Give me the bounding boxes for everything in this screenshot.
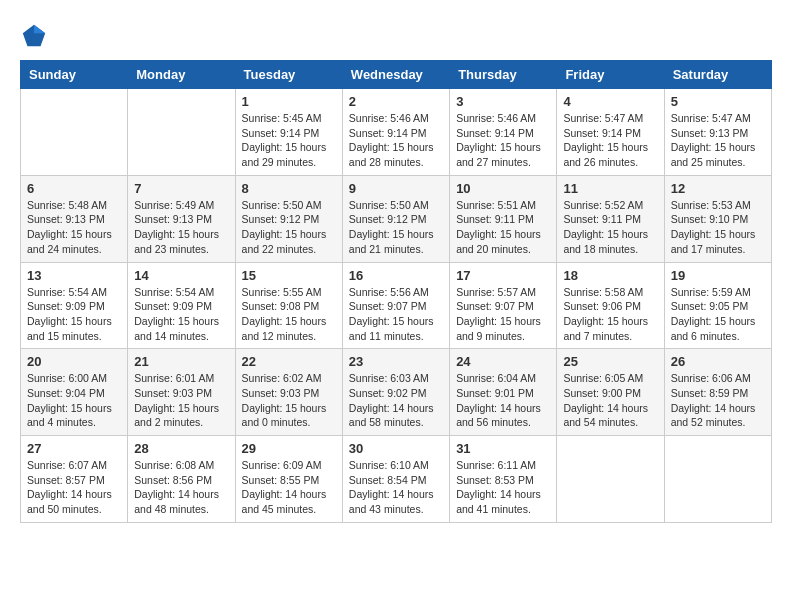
- calendar-header-tuesday: Tuesday: [235, 61, 342, 89]
- calendar-cell: 1Sunrise: 5:45 AM Sunset: 9:14 PM Daylig…: [235, 89, 342, 176]
- day-info: Sunrise: 6:04 AM Sunset: 9:01 PM Dayligh…: [456, 371, 550, 430]
- day-number: 21: [134, 354, 228, 369]
- day-info: Sunrise: 6:00 AM Sunset: 9:04 PM Dayligh…: [27, 371, 121, 430]
- calendar-cell: [664, 436, 771, 523]
- calendar-cell: 20Sunrise: 6:00 AM Sunset: 9:04 PM Dayli…: [21, 349, 128, 436]
- day-number: 22: [242, 354, 336, 369]
- calendar-cell: 6Sunrise: 5:48 AM Sunset: 9:13 PM Daylig…: [21, 175, 128, 262]
- calendar-cell: 28Sunrise: 6:08 AM Sunset: 8:56 PM Dayli…: [128, 436, 235, 523]
- day-number: 30: [349, 441, 443, 456]
- calendar-cell: 19Sunrise: 5:59 AM Sunset: 9:05 PM Dayli…: [664, 262, 771, 349]
- day-number: 20: [27, 354, 121, 369]
- calendar-cell: 9Sunrise: 5:50 AM Sunset: 9:12 PM Daylig…: [342, 175, 449, 262]
- calendar-cell: 24Sunrise: 6:04 AM Sunset: 9:01 PM Dayli…: [450, 349, 557, 436]
- day-number: 8: [242, 181, 336, 196]
- day-number: 5: [671, 94, 765, 109]
- day-info: Sunrise: 6:06 AM Sunset: 8:59 PM Dayligh…: [671, 371, 765, 430]
- day-number: 19: [671, 268, 765, 283]
- day-number: 23: [349, 354, 443, 369]
- day-info: Sunrise: 6:08 AM Sunset: 8:56 PM Dayligh…: [134, 458, 228, 517]
- day-info: Sunrise: 6:09 AM Sunset: 8:55 PM Dayligh…: [242, 458, 336, 517]
- day-number: 9: [349, 181, 443, 196]
- day-info: Sunrise: 5:48 AM Sunset: 9:13 PM Dayligh…: [27, 198, 121, 257]
- day-number: 31: [456, 441, 550, 456]
- calendar-cell: 2Sunrise: 5:46 AM Sunset: 9:14 PM Daylig…: [342, 89, 449, 176]
- day-info: Sunrise: 5:51 AM Sunset: 9:11 PM Dayligh…: [456, 198, 550, 257]
- day-info: Sunrise: 6:02 AM Sunset: 9:03 PM Dayligh…: [242, 371, 336, 430]
- calendar-cell: 29Sunrise: 6:09 AM Sunset: 8:55 PM Dayli…: [235, 436, 342, 523]
- day-info: Sunrise: 5:46 AM Sunset: 9:14 PM Dayligh…: [349, 111, 443, 170]
- day-number: 24: [456, 354, 550, 369]
- day-info: Sunrise: 5:45 AM Sunset: 9:14 PM Dayligh…: [242, 111, 336, 170]
- svg-marker-1: [34, 25, 45, 33]
- day-info: Sunrise: 6:10 AM Sunset: 8:54 PM Dayligh…: [349, 458, 443, 517]
- day-info: Sunrise: 6:11 AM Sunset: 8:53 PM Dayligh…: [456, 458, 550, 517]
- day-number: 27: [27, 441, 121, 456]
- day-number: 15: [242, 268, 336, 283]
- day-number: 11: [563, 181, 657, 196]
- day-info: Sunrise: 5:52 AM Sunset: 9:11 PM Dayligh…: [563, 198, 657, 257]
- day-info: Sunrise: 5:49 AM Sunset: 9:13 PM Dayligh…: [134, 198, 228, 257]
- day-info: Sunrise: 5:54 AM Sunset: 9:09 PM Dayligh…: [134, 285, 228, 344]
- day-info: Sunrise: 5:46 AM Sunset: 9:14 PM Dayligh…: [456, 111, 550, 170]
- day-info: Sunrise: 5:54 AM Sunset: 9:09 PM Dayligh…: [27, 285, 121, 344]
- day-info: Sunrise: 5:53 AM Sunset: 9:10 PM Dayligh…: [671, 198, 765, 257]
- day-info: Sunrise: 5:47 AM Sunset: 9:14 PM Dayligh…: [563, 111, 657, 170]
- calendar-header-friday: Friday: [557, 61, 664, 89]
- calendar-cell: 15Sunrise: 5:55 AM Sunset: 9:08 PM Dayli…: [235, 262, 342, 349]
- calendar-cell: 12Sunrise: 5:53 AM Sunset: 9:10 PM Dayli…: [664, 175, 771, 262]
- day-number: 10: [456, 181, 550, 196]
- calendar-cell: 27Sunrise: 6:07 AM Sunset: 8:57 PM Dayli…: [21, 436, 128, 523]
- day-number: 14: [134, 268, 228, 283]
- calendar-cell: 18Sunrise: 5:58 AM Sunset: 9:06 PM Dayli…: [557, 262, 664, 349]
- calendar-week-row: 6Sunrise: 5:48 AM Sunset: 9:13 PM Daylig…: [21, 175, 772, 262]
- day-info: Sunrise: 6:03 AM Sunset: 9:02 PM Dayligh…: [349, 371, 443, 430]
- calendar-cell: 31Sunrise: 6:11 AM Sunset: 8:53 PM Dayli…: [450, 436, 557, 523]
- calendar-table: SundayMondayTuesdayWednesdayThursdayFrid…: [20, 60, 772, 523]
- calendar-header-wednesday: Wednesday: [342, 61, 449, 89]
- calendar-week-row: 27Sunrise: 6:07 AM Sunset: 8:57 PM Dayli…: [21, 436, 772, 523]
- calendar-cell: 22Sunrise: 6:02 AM Sunset: 9:03 PM Dayli…: [235, 349, 342, 436]
- day-info: Sunrise: 6:01 AM Sunset: 9:03 PM Dayligh…: [134, 371, 228, 430]
- calendar-header-saturday: Saturday: [664, 61, 771, 89]
- day-number: 16: [349, 268, 443, 283]
- day-number: 6: [27, 181, 121, 196]
- calendar-week-row: 20Sunrise: 6:00 AM Sunset: 9:04 PM Dayli…: [21, 349, 772, 436]
- day-info: Sunrise: 5:47 AM Sunset: 9:13 PM Dayligh…: [671, 111, 765, 170]
- calendar-cell: 30Sunrise: 6:10 AM Sunset: 8:54 PM Dayli…: [342, 436, 449, 523]
- day-info: Sunrise: 6:07 AM Sunset: 8:57 PM Dayligh…: [27, 458, 121, 517]
- calendar-header-sunday: Sunday: [21, 61, 128, 89]
- day-number: 26: [671, 354, 765, 369]
- logo-icon: [20, 22, 48, 50]
- day-number: 18: [563, 268, 657, 283]
- calendar-cell: 14Sunrise: 5:54 AM Sunset: 9:09 PM Dayli…: [128, 262, 235, 349]
- day-info: Sunrise: 5:55 AM Sunset: 9:08 PM Dayligh…: [242, 285, 336, 344]
- calendar-cell: [21, 89, 128, 176]
- calendar-cell: 3Sunrise: 5:46 AM Sunset: 9:14 PM Daylig…: [450, 89, 557, 176]
- calendar-header-thursday: Thursday: [450, 61, 557, 89]
- day-number: 1: [242, 94, 336, 109]
- day-number: 4: [563, 94, 657, 109]
- calendar-cell: [557, 436, 664, 523]
- calendar-cell: 8Sunrise: 5:50 AM Sunset: 9:12 PM Daylig…: [235, 175, 342, 262]
- day-number: 7: [134, 181, 228, 196]
- calendar-cell: 23Sunrise: 6:03 AM Sunset: 9:02 PM Dayli…: [342, 349, 449, 436]
- day-number: 13: [27, 268, 121, 283]
- calendar-week-row: 13Sunrise: 5:54 AM Sunset: 9:09 PM Dayli…: [21, 262, 772, 349]
- calendar-cell: 17Sunrise: 5:57 AM Sunset: 9:07 PM Dayli…: [450, 262, 557, 349]
- calendar-cell: [128, 89, 235, 176]
- calendar-cell: 10Sunrise: 5:51 AM Sunset: 9:11 PM Dayli…: [450, 175, 557, 262]
- day-number: 2: [349, 94, 443, 109]
- day-info: Sunrise: 5:58 AM Sunset: 9:06 PM Dayligh…: [563, 285, 657, 344]
- calendar-cell: 4Sunrise: 5:47 AM Sunset: 9:14 PM Daylig…: [557, 89, 664, 176]
- day-number: 28: [134, 441, 228, 456]
- day-number: 17: [456, 268, 550, 283]
- day-info: Sunrise: 5:59 AM Sunset: 9:05 PM Dayligh…: [671, 285, 765, 344]
- calendar-header-row: SundayMondayTuesdayWednesdayThursdayFrid…: [21, 61, 772, 89]
- day-info: Sunrise: 6:05 AM Sunset: 9:00 PM Dayligh…: [563, 371, 657, 430]
- day-info: Sunrise: 5:50 AM Sunset: 9:12 PM Dayligh…: [242, 198, 336, 257]
- day-info: Sunrise: 5:57 AM Sunset: 9:07 PM Dayligh…: [456, 285, 550, 344]
- calendar-cell: 16Sunrise: 5:56 AM Sunset: 9:07 PM Dayli…: [342, 262, 449, 349]
- calendar-cell: 13Sunrise: 5:54 AM Sunset: 9:09 PM Dayli…: [21, 262, 128, 349]
- calendar-cell: 25Sunrise: 6:05 AM Sunset: 9:00 PM Dayli…: [557, 349, 664, 436]
